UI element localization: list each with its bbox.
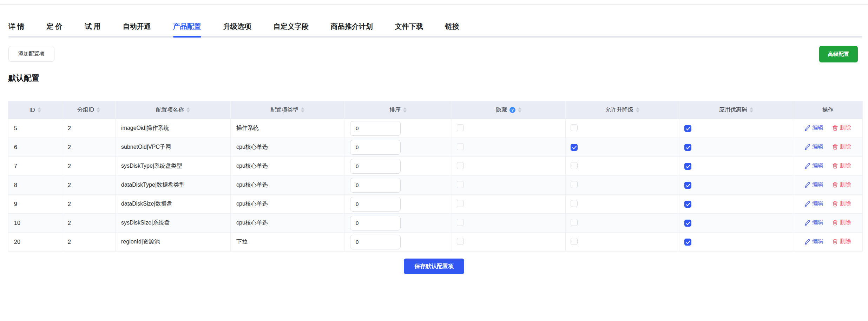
delete-link-label: 删除 xyxy=(840,181,851,188)
delete-link[interactable]: 删除 xyxy=(832,219,851,226)
edit-link[interactable]: 编辑 xyxy=(804,200,823,207)
tab-bar: 详 情定 价试 用自动开通产品配置升级选项自定义字段商品推介计划文件下载链接 xyxy=(0,5,868,38)
table-header-row: ID 分组ID 配置项名称 配置项类型 排序 隐藏 ? xyxy=(8,101,863,119)
trash-icon xyxy=(832,182,838,188)
column-label: 允许升降级 xyxy=(605,106,633,114)
apply-coupon-checkbox[interactable] xyxy=(684,220,691,227)
pencil-icon xyxy=(804,125,810,131)
tab-details[interactable]: 详 情 xyxy=(8,5,25,38)
apply-coupon-checkbox[interactable] xyxy=(684,182,691,189)
tab-links[interactable]: 链接 xyxy=(445,5,459,38)
hidden-checkbox[interactable] xyxy=(457,162,464,169)
sort-order-input[interactable] xyxy=(350,235,401,249)
apply-coupon-checkbox[interactable] xyxy=(684,201,691,208)
column-header-config-type[interactable]: 配置项类型 xyxy=(231,101,344,119)
delete-link[interactable]: 删除 xyxy=(832,143,851,151)
tab-trial[interactable]: 试 用 xyxy=(85,5,101,38)
apply-coupon-checkbox[interactable] xyxy=(684,144,691,151)
cell-apply-coupon xyxy=(679,195,793,214)
cell-hidden xyxy=(452,214,566,233)
delete-link[interactable]: 删除 xyxy=(832,181,851,188)
delete-link-label: 删除 xyxy=(840,219,851,226)
column-label: ID xyxy=(29,107,35,113)
cell-config-name: regionId|资源池 xyxy=(116,233,231,252)
cell-hidden xyxy=(452,138,566,157)
cell-sort-order xyxy=(344,195,452,214)
column-header-sort-order[interactable]: 排序 xyxy=(344,101,452,119)
cell-allow-upgrade xyxy=(566,157,679,176)
apply-coupon-checkbox[interactable] xyxy=(684,239,691,246)
cell-id: 8 xyxy=(8,176,62,195)
add-config-item-button[interactable]: 添加配置项 xyxy=(8,46,54,62)
column-label: 分组ID xyxy=(77,106,94,114)
column-label: 配置项类型 xyxy=(270,106,298,114)
delete-link[interactable]: 删除 xyxy=(832,238,851,245)
delete-link[interactable]: 删除 xyxy=(832,200,851,207)
allow-upgrade-checkbox[interactable] xyxy=(571,181,578,188)
column-header-id[interactable]: ID xyxy=(8,101,62,119)
cell-sort-order xyxy=(344,119,452,138)
cell-sort-order xyxy=(344,176,452,195)
allow-upgrade-checkbox[interactable] xyxy=(571,200,578,207)
edit-link[interactable]: 编辑 xyxy=(804,181,823,188)
toolbar: 添加配置项 高级配置 xyxy=(0,46,868,62)
edit-link[interactable]: 编辑 xyxy=(804,162,823,169)
edit-link[interactable]: 编辑 xyxy=(804,219,823,226)
allow-upgrade-checkbox[interactable] xyxy=(571,144,578,151)
hidden-checkbox[interactable] xyxy=(457,219,464,226)
cell-group-id: 2 xyxy=(62,138,116,157)
cell-config-type: cpu核心单选 xyxy=(231,157,344,176)
sort-order-input[interactable] xyxy=(350,121,401,136)
cell-actions: 编辑 删除 xyxy=(793,214,863,233)
edit-link[interactable]: 编辑 xyxy=(804,238,823,245)
allow-upgrade-checkbox[interactable] xyxy=(571,238,578,245)
cell-config-name: dataDiskType|数据盘类型 xyxy=(116,176,231,195)
tab-upgrade-options[interactable]: 升级选项 xyxy=(223,5,251,38)
column-header-hidden[interactable]: 隐藏 ? xyxy=(452,101,566,119)
tab-pricing[interactable]: 定 价 xyxy=(47,5,63,38)
delete-link[interactable]: 删除 xyxy=(832,162,851,169)
apply-coupon-checkbox[interactable] xyxy=(684,163,691,170)
tab-auto-provision[interactable]: 自动开通 xyxy=(123,5,151,38)
cell-config-name: subnetOid|VPC子网 xyxy=(116,138,231,157)
cell-allow-upgrade xyxy=(566,176,679,195)
edit-link-label: 编辑 xyxy=(812,162,823,169)
column-header-allow-upgrade[interactable]: 允许升降级 xyxy=(566,101,679,119)
column-header-apply-coupon[interactable]: 应用优惠码 xyxy=(679,101,793,119)
cell-allow-upgrade xyxy=(566,233,679,252)
trash-icon xyxy=(832,201,838,207)
sort-carets-icon xyxy=(186,107,190,113)
allow-upgrade-checkbox[interactable] xyxy=(571,162,578,169)
delete-link[interactable]: 删除 xyxy=(832,124,851,132)
apply-coupon-checkbox[interactable] xyxy=(684,125,691,132)
column-header-group-id[interactable]: 分组ID xyxy=(62,101,116,119)
column-header-config-name[interactable]: 配置项名称 xyxy=(116,101,231,119)
cell-hidden xyxy=(452,233,566,252)
cell-id: 20 xyxy=(8,233,62,252)
hidden-checkbox[interactable] xyxy=(457,200,464,207)
hidden-checkbox[interactable] xyxy=(457,124,464,131)
edit-link[interactable]: 编辑 xyxy=(804,124,823,132)
hidden-checkbox[interactable] xyxy=(457,238,464,245)
hidden-checkbox[interactable] xyxy=(457,143,464,150)
cell-actions: 编辑 删除 xyxy=(793,138,863,157)
save-default-config-button[interactable]: 保存默认配置项 xyxy=(404,259,464,274)
hidden-checkbox[interactable] xyxy=(457,181,464,188)
edit-link[interactable]: 编辑 xyxy=(804,143,823,151)
tab-promotion-plan[interactable]: 商品推介计划 xyxy=(331,5,373,38)
help-question-icon[interactable]: ? xyxy=(509,107,515,113)
tab-file-download[interactable]: 文件下载 xyxy=(395,5,423,38)
allow-upgrade-checkbox[interactable] xyxy=(571,219,578,226)
sort-order-input[interactable] xyxy=(350,159,401,174)
tab-product-config[interactable]: 产品配置 xyxy=(173,5,201,38)
tab-custom-fields[interactable]: 自定义字段 xyxy=(274,5,309,38)
sort-order-input[interactable] xyxy=(350,178,401,193)
advanced-config-button[interactable]: 高级配置 xyxy=(819,46,858,62)
cell-id: 9 xyxy=(8,195,62,214)
sort-carets-icon xyxy=(38,107,41,113)
sort-order-input[interactable] xyxy=(350,197,401,212)
cell-actions: 编辑 删除 xyxy=(793,176,863,195)
sort-order-input[interactable] xyxy=(350,216,401,230)
allow-upgrade-checkbox[interactable] xyxy=(571,124,578,131)
sort-order-input[interactable] xyxy=(350,140,401,155)
